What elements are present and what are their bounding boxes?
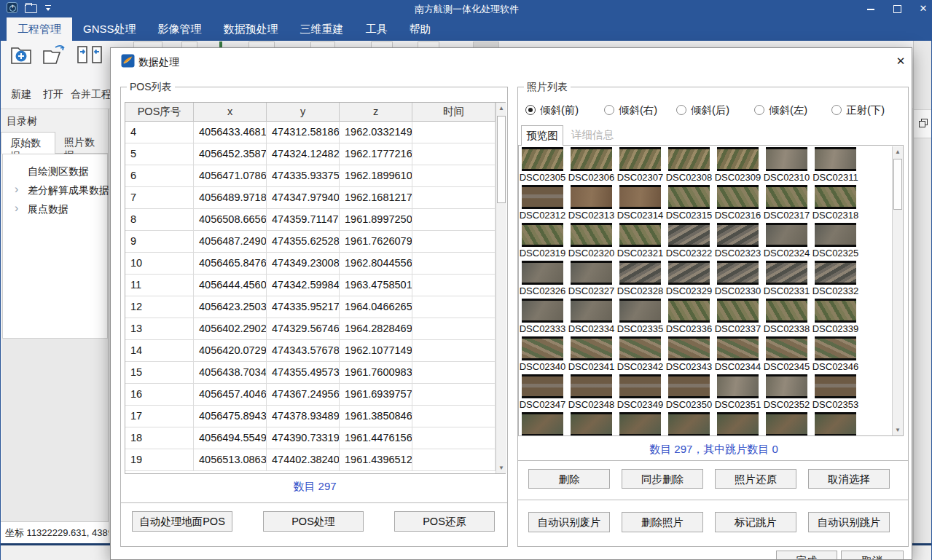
photo-thumbnail[interactable]	[571, 223, 612, 247]
photo-thumbnail[interactable]	[522, 185, 563, 209]
photo-thumbnail[interactable]	[766, 185, 807, 209]
tree-item-2[interactable]: ›差分解算成果数据	[3, 181, 107, 200]
photo-thumbnail[interactable]	[522, 147, 563, 171]
menu-tab-2[interactable]: GNSS处理	[72, 17, 147, 41]
pos-table-row[interactable]: 104056465.8476...474349.23008...1962.804…	[125, 253, 496, 275]
radio-circle-icon[interactable]	[525, 105, 536, 115]
photo-thumbnail[interactable]	[766, 336, 807, 360]
photo-thumbnail[interactable]	[766, 261, 807, 285]
photo-thumbnail[interactable]	[619, 147, 661, 171]
photo-thumbnail[interactable]	[522, 374, 563, 398]
radio-circle-icon[interactable]	[676, 105, 686, 115]
photo-thumbnail[interactable]	[571, 336, 612, 360]
photo-thumbnail[interactable]	[717, 185, 759, 209]
tree-item-1[interactable]: 自绘测区数据	[3, 162, 107, 181]
photo-thumbnail[interactable]	[668, 336, 710, 360]
minimize-button[interactable]	[866, 4, 876, 14]
pos-button-1[interactable]: 自动处理地面POS	[132, 511, 232, 532]
maximize-button[interactable]	[892, 4, 902, 14]
photo-thumbnail[interactable]	[815, 185, 856, 209]
pos-table-row[interactable]: 164056457.4046...474367.24956...1961.693…	[125, 384, 496, 406]
toolbar-merge-project-button[interactable]: 合并工程	[71, 44, 109, 101]
menu-tab-7[interactable]: 帮助	[399, 17, 442, 41]
pos-table-row[interactable]: 74056489.9718...474347.97940...1962.1681…	[125, 187, 496, 209]
photo-thumbnail[interactable]	[571, 412, 612, 436]
photo-thumbnail[interactable]	[717, 223, 759, 247]
photo-thumbnail[interactable]	[619, 261, 661, 285]
scroll-up-icon[interactable]: ▲	[893, 146, 903, 157]
photo-thumbnail[interactable]	[815, 223, 856, 247]
photo-thumbnail[interactable]	[619, 374, 661, 398]
toolbar-open-project-button[interactable]: 打开	[39, 44, 68, 101]
photo-thumbnail[interactable]	[522, 299, 563, 323]
photo-tab-details[interactable]: 详细信息	[563, 125, 622, 146]
chevron-right-icon[interactable]: ›	[15, 200, 18, 217]
photo-thumbnail[interactable]	[717, 147, 759, 171]
photo-tab-preview[interactable]: 预览图	[521, 125, 563, 146]
pos-table-row[interactable]: 194056513.0863...474402.38240...1961.439…	[125, 449, 496, 471]
pos-table-row[interactable]: 84056508.6656...474359.71147...1961.8997…	[125, 209, 496, 231]
photo-thumbnail[interactable]	[815, 412, 856, 436]
photo-thumbnail[interactable]	[571, 374, 612, 398]
photo-thumbnail[interactable]	[522, 261, 563, 285]
photo-thumbnail[interactable]	[619, 336, 661, 360]
radio-倾斜(前)[interactable]: 倾斜(前)	[525, 102, 579, 118]
scroll-up-icon[interactable]: ▲	[496, 103, 506, 114]
photo-button-删除[interactable]: 删除	[528, 469, 610, 489]
menu-tab-4[interactable]: 数据预处理	[213, 17, 289, 41]
photo-thumbnail[interactable]	[717, 299, 759, 323]
radio-正射(下)[interactable]: 正射(下)	[831, 102, 885, 118]
photo-button-标记跳片[interactable]: 标记跳片	[715, 512, 796, 532]
pos-table-row[interactable]: 134056402.2902...474329.56746...1964.282…	[125, 318, 496, 340]
tree-item-3[interactable]: ›展点数据	[3, 200, 107, 218]
photo-thumbnail[interactable]	[766, 412, 807, 436]
pos-table-scrollbar[interactable]: ▲▼	[496, 103, 506, 473]
photo-button-自动识别跳片[interactable]: 自动识别跳片	[808, 512, 890, 532]
photo-button-同步删除[interactable]: 同步删除	[622, 469, 703, 489]
close-window-button[interactable]: ✕	[918, 4, 928, 14]
photo-thumbnail[interactable]	[717, 374, 759, 398]
pos-table-row[interactable]: 124056423.2503...474335.95217...1964.046…	[125, 296, 496, 318]
radio-倾斜(左)[interactable]: 倾斜(左)	[754, 102, 807, 118]
menu-tab-3[interactable]: 影像管理	[147, 17, 213, 41]
pos-button-3[interactable]: POS还原	[394, 511, 495, 532]
photo-thumbnail[interactable]	[815, 261, 856, 285]
photo-thumbnail[interactable]	[668, 412, 710, 436]
sidebar-tab-raw-data[interactable]: 原始数据	[1, 132, 55, 154]
pos-table-row[interactable]: 154056438.7034...474355.49573...1961.760…	[125, 362, 496, 384]
scroll-down-icon[interactable]: ▼	[893, 425, 903, 435]
photo-thumbnail[interactable]	[766, 223, 807, 247]
pos-table-row[interactable]: 64056471.0786...474335.93375...1962.1899…	[125, 165, 496, 187]
pos-table-row[interactable]: 184056494.5549...474390.73319...1961.447…	[125, 427, 496, 449]
photo-thumbnail[interactable]	[571, 147, 612, 171]
photo-button-删除照片[interactable]: 删除照片	[622, 512, 703, 532]
photo-thumbnail[interactable]	[619, 412, 661, 436]
photo-thumbnail[interactable]	[766, 147, 807, 171]
dialog-close-icon[interactable]: ✕	[892, 52, 909, 70]
photo-thumbnail[interactable]	[668, 261, 710, 285]
photo-thumbnail[interactable]	[815, 336, 856, 360]
photo-thumbnail[interactable]	[571, 185, 612, 209]
dialog-footer-button-取消[interactable]: 取消	[841, 551, 904, 560]
pos-table-row[interactable]: 54056452.3587...474324.12482...1962.1777…	[125, 143, 496, 165]
photo-thumbnail[interactable]	[668, 223, 710, 247]
photo-thumbnail[interactable]	[571, 261, 612, 285]
scrollbar-thumb[interactable]	[497, 116, 506, 203]
pos-table-row[interactable]: 144056420.0729...474343.57678...1962.107…	[125, 340, 496, 362]
photo-thumbnail[interactable]	[668, 147, 710, 171]
radio-倾斜(右)[interactable]: 倾斜(右)	[604, 102, 657, 118]
photo-thumbnail[interactable]	[717, 336, 759, 360]
photo-thumbnail[interactable]	[571, 299, 612, 323]
pos-table-row[interactable]: 114056444.4560...474342.59984...1963.475…	[125, 275, 496, 296]
cascade-windows-icon[interactable]	[919, 119, 928, 127]
pos-button-2[interactable]: POS处理	[263, 511, 364, 532]
photo-thumbnail[interactable]	[522, 412, 563, 436]
photo-thumbnail[interactable]	[815, 374, 856, 398]
menu-tab-5[interactable]: 三维重建	[289, 17, 355, 41]
pos-table-row[interactable]: 94056487.2490...474355.62528...1961.7626…	[125, 231, 496, 253]
photo-thumbnail[interactable]	[668, 299, 710, 323]
radio-circle-icon[interactable]	[604, 105, 614, 115]
photo-thumbnail[interactable]	[522, 223, 563, 247]
photo-thumbnail[interactable]	[619, 223, 661, 247]
pos-table-row[interactable]: 44056433.4681...474312.58186...1962.0332…	[125, 122, 496, 143]
